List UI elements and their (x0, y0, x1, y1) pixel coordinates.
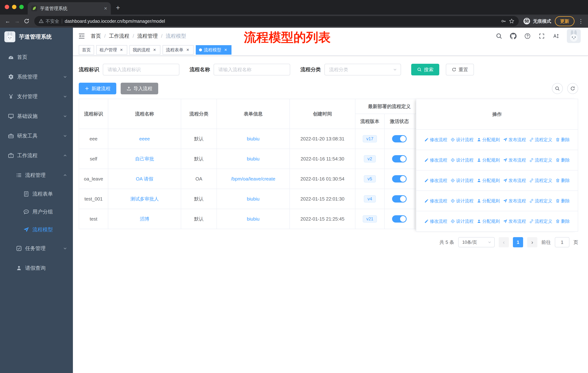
active-switch[interactable] (392, 175, 407, 182)
tag-process-model[interactable]: 流程模型 × (196, 45, 231, 55)
sidebar-item-process-form[interactable]: 流程表单 (0, 185, 73, 203)
search-circle-button[interactable] (552, 83, 563, 94)
close-icon[interactable]: × (119, 47, 124, 52)
form-link[interactable]: biubiu (247, 136, 259, 141)
op-definition[interactable]: 流程定义 (529, 178, 552, 183)
breadcrumb-process-mgmt[interactable]: 流程管理 (137, 33, 158, 40)
collapse-sidebar-icon[interactable] (78, 32, 85, 40)
op-delete[interactable]: 删除 (556, 157, 570, 163)
active-switch[interactable] (392, 215, 407, 222)
op-definition[interactable]: 流程定义 (529, 157, 552, 163)
close-window-button[interactable] (5, 5, 9, 9)
import-process-button[interactable]: 导入流程 (121, 83, 158, 94)
close-icon[interactable]: × (223, 47, 228, 52)
op-delete[interactable]: 删除 (556, 137, 570, 143)
sidebar-item-user-group[interactable]: 用户分组 (0, 203, 73, 221)
active-switch[interactable] (392, 155, 407, 162)
bookmark-star-icon[interactable] (509, 18, 514, 24)
op-design[interactable]: 设计流程 (451, 218, 473, 224)
password-key-icon[interactable] (501, 18, 506, 24)
process-name-link[interactable]: 测试多审批人 (130, 196, 159, 202)
next-page-button[interactable]: › (527, 237, 537, 247)
prev-page-button[interactable]: ‹ (499, 237, 509, 247)
process-name-link[interactable]: 滔博 (140, 216, 149, 222)
process-name-link[interactable]: OA 请假 (136, 176, 153, 181)
form-link[interactable]: biubiu (247, 216, 259, 222)
op-publish[interactable]: 发布流程 (503, 178, 526, 183)
sidebar-item-home[interactable]: 首页 (0, 47, 73, 67)
question-icon[interactable] (524, 33, 531, 39)
process-name-link[interactable]: 自己审批 (135, 156, 154, 161)
active-switch[interactable] (392, 135, 407, 142)
op-modify[interactable]: 修改流程 (424, 137, 447, 143)
op-design[interactable]: 设计流程 (451, 157, 473, 163)
create-process-button[interactable]: 新建流程 (79, 83, 116, 94)
tag-tenant[interactable]: 租户管理 × (96, 45, 127, 55)
sidebar-item-task-mgmt[interactable]: 任务管理 (0, 239, 73, 258)
op-publish[interactable]: 发布流程 (503, 198, 526, 204)
op-assign[interactable]: 分配规则 (477, 137, 500, 143)
sidebar-logo[interactable]: 芋道管理系统 (0, 28, 73, 46)
font-size-icon[interactable] (553, 33, 559, 39)
form-link[interactable]: biubiu (247, 196, 259, 202)
process-name-input[interactable] (214, 64, 290, 75)
active-switch[interactable] (392, 195, 407, 202)
fullscreen-icon[interactable] (538, 33, 545, 39)
browser-update-button[interactable]: 更新 (555, 16, 575, 26)
sidebar-item-process-model[interactable]: 流程模型 (0, 221, 73, 239)
op-definition[interactable]: 流程定义 (529, 137, 552, 143)
op-modify[interactable]: 修改流程 (424, 198, 447, 204)
op-design[interactable]: 设计流程 (451, 178, 473, 183)
op-design[interactable]: 设计流程 (451, 137, 473, 143)
op-definition[interactable]: 流程定义 (529, 218, 552, 224)
op-modify[interactable]: 修改流程 (424, 157, 447, 163)
op-assign[interactable]: 分配规则 (477, 198, 500, 204)
op-delete[interactable]: 删除 (556, 198, 570, 204)
op-modify[interactable]: 修改流程 (424, 218, 447, 224)
category-select[interactable]: 流程分类 (325, 64, 401, 75)
sidebar-item-process-mgmt[interactable]: 流程管理 (0, 165, 73, 185)
forward-button[interactable]: → (12, 16, 22, 26)
op-delete[interactable]: 删除 (556, 218, 570, 224)
op-publish[interactable]: 发布流程 (503, 157, 526, 163)
op-assign[interactable]: 分配规则 (477, 218, 500, 224)
browser-menu-icon[interactable]: ⋮ (578, 18, 584, 24)
tab-close-icon[interactable]: × (104, 6, 107, 11)
browser-tab[interactable]: 芋道管理系统 × (28, 2, 111, 15)
reset-button[interactable]: 重置 (446, 64, 474, 75)
sidebar-item-system[interactable]: 系统管理 (0, 67, 73, 87)
form-link[interactable]: biubiu (247, 156, 259, 161)
process-name-link[interactable]: eeee (139, 136, 150, 141)
back-button[interactable]: ← (3, 16, 12, 26)
breadcrumb-workflow[interactable]: 工作流程 (109, 33, 129, 40)
current-page-button[interactable]: 1 (513, 237, 523, 247)
goto-page-input[interactable] (555, 237, 569, 247)
op-modify[interactable]: 修改流程 (424, 178, 447, 183)
sidebar-item-workflow[interactable]: 工作流程 (0, 146, 73, 165)
tag-home[interactable]: 首页 (79, 45, 94, 55)
refresh-circle-button[interactable] (567, 83, 578, 94)
sidebar-item-devtools[interactable]: 研发工具 (0, 126, 73, 146)
address-bar[interactable]: 不安全 dashboard.yudao.iocoder.cn/bpm/manag… (34, 16, 519, 26)
close-icon[interactable]: × (185, 47, 190, 52)
avatar[interactable] (567, 29, 581, 43)
page-size-select[interactable]: 10条/页 (458, 237, 495, 247)
op-publish[interactable]: 发布流程 (503, 137, 526, 143)
new-tab-button[interactable]: + (116, 4, 120, 12)
op-assign[interactable]: 分配规则 (477, 157, 500, 163)
site-security[interactable]: 不安全 (39, 18, 59, 24)
sidebar-item-infra[interactable]: 基础设施 (0, 106, 73, 126)
search-icon[interactable] (496, 33, 502, 39)
minimize-window-button[interactable] (12, 5, 16, 9)
form-link[interactable]: /bpm/oa/leave/create (231, 176, 275, 181)
maximize-window-button[interactable] (19, 5, 24, 9)
process-key-input[interactable] (103, 64, 179, 75)
tag-process-form[interactable]: 流程表单 × (163, 45, 194, 55)
sidebar-item-payment[interactable]: 支付管理 (0, 87, 73, 106)
op-delete[interactable]: 删除 (556, 178, 570, 183)
tag-my-process[interactable]: 我的流程 × (129, 45, 160, 55)
breadcrumb-home[interactable]: 首页 (91, 33, 101, 40)
op-design[interactable]: 设计流程 (451, 198, 473, 204)
close-icon[interactable]: × (152, 47, 157, 52)
search-button[interactable]: 搜索 (411, 64, 439, 75)
